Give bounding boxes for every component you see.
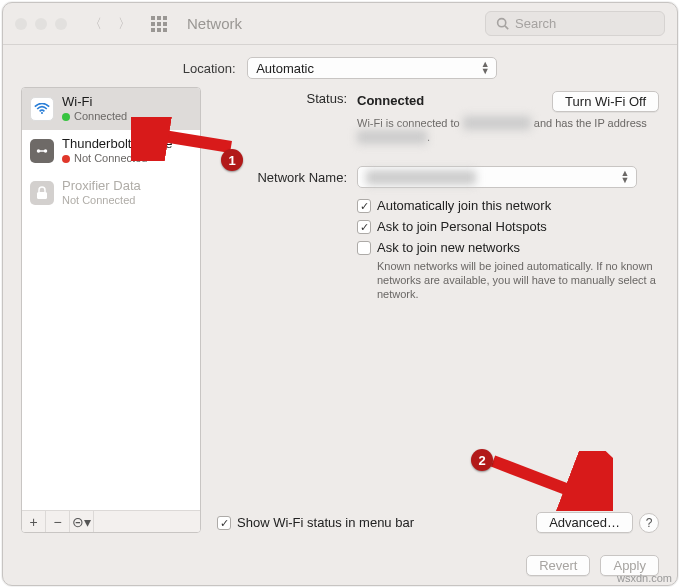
checkbox-label: Automatically join this network	[377, 198, 551, 213]
service-status: Not Connected	[62, 193, 141, 208]
service-proxifier-data[interactable]: Proxifier Data Not Connected	[22, 172, 200, 214]
location-row: Location: Automatic ▲▼	[3, 45, 677, 87]
add-service-button[interactable]: +	[22, 511, 46, 533]
minimize-button[interactable]	[35, 18, 47, 30]
network-name-value: x	[366, 170, 476, 185]
checkbox-label: Show Wi-Fi status in menu bar	[237, 515, 414, 530]
footer: Revert Apply	[3, 545, 677, 585]
svg-point-0	[498, 19, 506, 27]
checkbox-label: Ask to join new networks	[377, 240, 520, 255]
search-placeholder: Search	[515, 16, 556, 31]
close-button[interactable]	[15, 18, 27, 30]
status-dot-icon	[62, 113, 70, 121]
checkbox-icon	[357, 220, 371, 234]
show-wifi-menu-checkbox[interactable]	[217, 516, 231, 530]
chevron-updown-icon: ▲▼	[478, 60, 492, 76]
ask-new-hint: Known networks will be joined automatica…	[377, 259, 657, 301]
service-status: Not Connected	[62, 151, 173, 166]
services-list: Wi-Fi Connected Thunderbolt Bridge Not C…	[22, 88, 200, 510]
network-name-select[interactable]: x ▲▼	[357, 166, 637, 188]
all-prefs-button[interactable]	[151, 16, 167, 32]
network-prefs-window: 〈 〉 Network Search Location: Automatic ▲…	[2, 2, 678, 586]
traffic-lights	[15, 18, 67, 30]
watermark: wsxdn.com	[617, 572, 672, 584]
detail-panel: Status: Connected Turn Wi-Fi Off Wi-Fi i…	[217, 87, 659, 533]
location-select[interactable]: Automatic ▲▼	[247, 57, 497, 79]
svg-rect-5	[37, 192, 47, 199]
titlebar: 〈 〉 Network Search	[3, 3, 677, 45]
status-info: Wi-Fi is connected to x and has the IP a…	[357, 116, 659, 144]
body: Wi-Fi Connected Thunderbolt Bridge Not C…	[3, 87, 677, 545]
status-dot-icon	[62, 155, 70, 163]
revert-button[interactable]: Revert	[526, 555, 590, 576]
service-thunderbolt-bridge[interactable]: Thunderbolt Bridge Not Connected	[22, 130, 200, 172]
svg-line-1	[505, 26, 508, 29]
checkbox-icon	[357, 199, 371, 213]
forward-button[interactable]: 〉	[118, 15, 131, 33]
service-wifi[interactable]: Wi-Fi Connected	[22, 88, 200, 130]
back-button[interactable]: 〈	[89, 15, 102, 33]
status-label: Status:	[217, 91, 347, 112]
checkbox-label: Ask to join Personal Hotspots	[377, 219, 547, 234]
advanced-button[interactable]: Advanced…	[536, 512, 633, 533]
lock-icon	[30, 181, 54, 205]
ask-new-checkbox[interactable]: Ask to join new networks Known networks …	[357, 240, 659, 301]
chevron-updown-icon: ▲▼	[618, 169, 632, 185]
checkbox-icon	[357, 241, 371, 255]
thunderbolt-icon	[30, 139, 54, 163]
svg-point-2	[41, 112, 43, 114]
status-value: Connected	[357, 93, 424, 108]
sidebar-toolbar: + − ⊝▾	[22, 510, 200, 532]
window-title: Network	[187, 15, 242, 32]
services-sidebar: Wi-Fi Connected Thunderbolt Bridge Not C…	[21, 87, 201, 533]
location-label: Location:	[183, 61, 236, 76]
network-name-label: Network Name:	[217, 170, 347, 185]
remove-service-button[interactable]: −	[46, 511, 70, 533]
ask-hotspot-checkbox[interactable]: Ask to join Personal Hotspots	[357, 219, 659, 234]
search-field[interactable]: Search	[485, 11, 665, 36]
service-status: Connected	[62, 109, 127, 124]
nav-arrows: 〈 〉	[89, 15, 131, 33]
zoom-button[interactable]	[55, 18, 67, 30]
service-name: Proxifier Data	[62, 178, 141, 193]
toggle-wifi-button[interactable]: Turn Wi-Fi Off	[552, 91, 659, 112]
actions-button[interactable]: ⊝▾	[70, 511, 94, 533]
service-name: Wi-Fi	[62, 94, 127, 109]
help-button[interactable]: ?	[639, 513, 659, 533]
location-value: Automatic	[256, 61, 314, 76]
search-icon	[496, 17, 509, 30]
wifi-icon	[30, 97, 54, 121]
auto-join-checkbox[interactable]: Automatically join this network	[357, 198, 659, 213]
service-name: Thunderbolt Bridge	[62, 136, 173, 151]
